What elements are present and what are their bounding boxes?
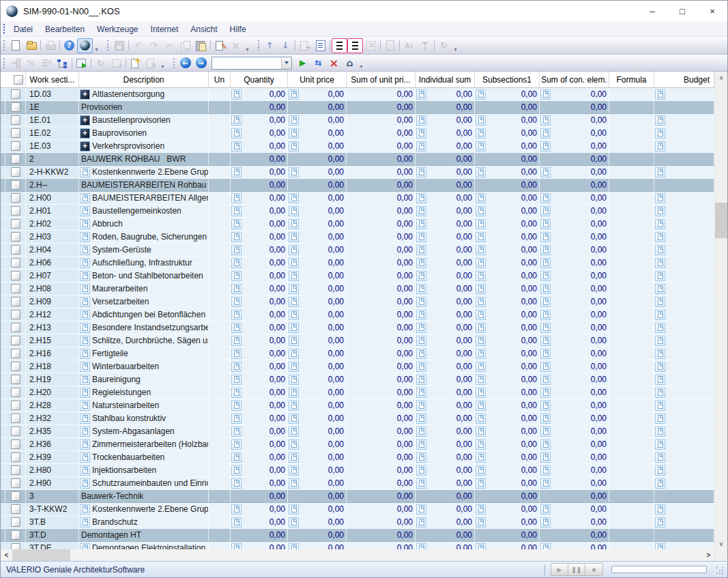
table-row[interactable]: 2.H18Winterbauarbeiten0,000,000,000,000,… xyxy=(1,360,714,373)
row-checkbox[interactable] xyxy=(11,336,20,345)
detail-doc-icon[interactable] xyxy=(289,323,299,333)
table-row[interactable]: 2.H03Roden, Baugrube, Sicherungen u0,000… xyxy=(1,231,714,244)
detail-doc-icon[interactable] xyxy=(416,323,426,333)
detail-doc-icon[interactable] xyxy=(540,336,551,346)
table-row[interactable]: 2-H-KKW2Kostenkennwerte 2.Ebene Grupp0,0… xyxy=(1,166,714,179)
toolbar-overflow-icon[interactable] xyxy=(358,55,365,70)
detail-doc-icon[interactable] xyxy=(289,310,299,320)
detail-doc-icon[interactable] xyxy=(540,128,551,139)
sync-button[interactable] xyxy=(310,55,326,70)
row-checkbox[interactable] xyxy=(11,167,20,177)
detail-doc-icon[interactable] xyxy=(231,167,242,177)
detail-doc-icon[interactable] xyxy=(416,517,426,528)
row-checkbox[interactable] xyxy=(11,323,20,332)
detail-doc-icon[interactable] xyxy=(540,388,551,398)
detail-doc-icon[interactable] xyxy=(540,323,551,333)
row-checkbox[interactable] xyxy=(11,219,20,229)
detail-doc-icon[interactable] xyxy=(476,478,486,489)
cut-button[interactable] xyxy=(162,38,177,53)
detail-doc-icon[interactable] xyxy=(655,478,665,489)
sort-az-button[interactable] xyxy=(401,38,417,53)
column-header-formula[interactable]: Formula xyxy=(609,72,654,87)
new-document-button[interactable] xyxy=(8,38,23,53)
detail-doc-icon[interactable] xyxy=(231,465,242,476)
row-checkbox[interactable] xyxy=(11,375,20,384)
redo-button[interactable] xyxy=(146,38,162,53)
row-checkbox[interactable] xyxy=(11,491,20,501)
detail-doc-icon[interactable] xyxy=(655,401,665,411)
detail-doc-icon[interactable] xyxy=(655,504,665,515)
detail-doc-icon[interactable] xyxy=(416,284,426,294)
detail-doc-icon[interactable] xyxy=(80,439,90,450)
row-checkbox[interactable] xyxy=(11,102,20,112)
detail-doc-icon[interactable] xyxy=(289,232,299,242)
toolbar-overflow-icon[interactable] xyxy=(452,38,459,53)
detail-doc-icon[interactable] xyxy=(231,349,242,359)
vertical-scrollbar[interactable]: ∧ ∨ xyxy=(714,72,727,549)
table-row[interactable]: 2.H02Abbruch0,000,000,000,000,000,00 xyxy=(1,218,714,231)
row-checkbox[interactable] xyxy=(11,478,20,488)
detail-doc-icon[interactable] xyxy=(476,128,486,139)
goto-window-button[interactable] xyxy=(108,55,124,70)
reload-button[interactable] xyxy=(436,38,452,53)
table-row[interactable]: 2.H80Injektionsarbeiten0,000,000,000,000… xyxy=(1,464,714,477)
table-row[interactable]: 3-T-KKW2Kostenkennwerte 2.Ebene Grupp0,0… xyxy=(1,503,714,516)
expand-plus-icon[interactable]: + xyxy=(80,89,90,100)
detail-doc-icon[interactable] xyxy=(476,388,486,398)
detail-doc-icon[interactable] xyxy=(540,375,551,385)
detail-doc-icon[interactable] xyxy=(289,115,299,126)
detail-doc-icon[interactable] xyxy=(80,362,90,372)
detail-doc-icon[interactable] xyxy=(476,349,486,359)
detail-doc-icon[interactable] xyxy=(289,439,299,450)
detail-doc-icon[interactable] xyxy=(655,336,665,346)
detail-doc-icon[interactable] xyxy=(289,517,299,528)
table-row[interactable]: 2.H08Maurerarbeiten0,000,000,000,000,000… xyxy=(1,283,714,295)
menu-item-hilfe[interactable]: Hilfe xyxy=(224,23,252,36)
toolbar-grip[interactable] xyxy=(173,58,175,68)
detail-doc-icon[interactable] xyxy=(231,452,242,463)
detail-doc-icon[interactable] xyxy=(476,297,486,307)
pause-button[interactable]: ❚❚ xyxy=(568,564,585,575)
detail-doc-icon[interactable] xyxy=(476,504,486,515)
detail-doc-icon[interactable] xyxy=(540,284,551,294)
table-row[interactable]: 2.H35System-Abgasanlagen0,000,000,000,00… xyxy=(1,425,714,438)
table-row[interactable]: 1E.02+Bauprovisorien0,000,000,000,000,00… xyxy=(1,127,714,140)
detail-doc-icon[interactable] xyxy=(655,258,665,268)
format-lines2-button[interactable] xyxy=(347,38,363,53)
detail-doc-icon[interactable] xyxy=(540,89,551,100)
detail-doc-icon[interactable] xyxy=(655,439,665,450)
detail-doc-icon[interactable] xyxy=(231,284,242,294)
table-row[interactable]: 1E.03+Verkehrsprovisorien0,000,000,000,0… xyxy=(1,140,714,153)
tree-button[interactable] xyxy=(55,55,70,70)
detail-doc-icon[interactable] xyxy=(231,115,242,126)
detail-doc-icon[interactable] xyxy=(476,258,486,268)
detail-doc-icon[interactable] xyxy=(540,439,551,450)
detail-doc-icon[interactable] xyxy=(655,141,665,151)
table-row[interactable]: 1EProvisorien0,000,000,000,000,000,00 xyxy=(1,101,714,114)
expand-plus-icon[interactable]: + xyxy=(80,141,90,151)
detail-doc-icon[interactable] xyxy=(80,323,90,333)
table-row[interactable]: 2.H06Aufschließung, Infrastruktur0,000,0… xyxy=(1,257,714,270)
toolbar-overflow-icon[interactable] xyxy=(159,55,166,70)
row-checkbox[interactable] xyxy=(11,232,20,242)
detail-doc-icon[interactable] xyxy=(231,258,242,268)
toolbar-grip[interactable] xyxy=(3,58,5,68)
detail-doc-icon[interactable] xyxy=(540,504,551,515)
detail-doc-icon[interactable] xyxy=(289,245,299,255)
row-checkbox[interactable] xyxy=(11,504,20,514)
detail-doc-icon[interactable] xyxy=(231,219,242,229)
detail-doc-icon[interactable] xyxy=(540,452,551,463)
detail-doc-icon[interactable] xyxy=(476,271,486,281)
detail-doc-icon[interactable] xyxy=(416,478,426,489)
detail-doc-icon[interactable] xyxy=(416,219,426,229)
stop-button[interactable]: ■ xyxy=(585,564,602,575)
filter-button[interactable] xyxy=(417,38,433,53)
detail-doc-icon[interactable] xyxy=(289,141,299,151)
menu-item-werkzeuge[interactable]: Werkzeuge xyxy=(91,23,144,36)
detail-doc-icon[interactable] xyxy=(540,193,551,203)
detail-doc-icon[interactable] xyxy=(416,504,426,515)
detail-doc-icon[interactable] xyxy=(476,284,486,294)
detail-doc-icon[interactable] xyxy=(289,193,299,203)
detail-doc-icon[interactable] xyxy=(655,323,665,333)
column-header-un[interactable]: Un xyxy=(209,72,231,87)
